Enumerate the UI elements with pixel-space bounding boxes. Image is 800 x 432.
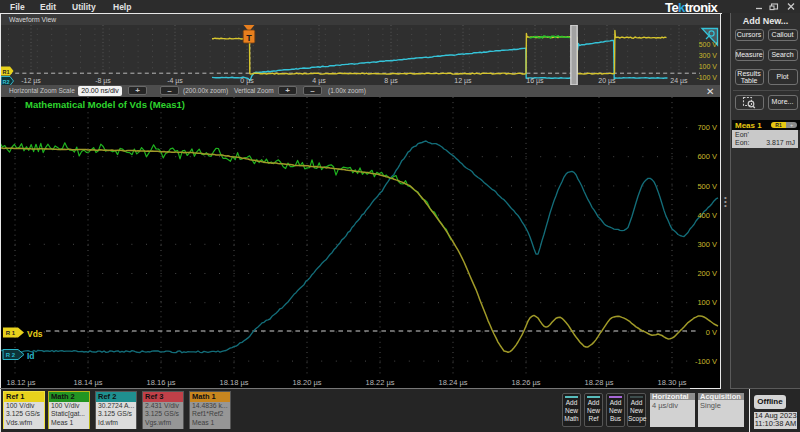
svg-text:18.20 µs: 18.20 µs <box>293 378 322 387</box>
svg-text:300 V: 300 V <box>699 52 718 59</box>
svg-text:700 V: 700 V <box>697 123 717 132</box>
svg-text:18.22 µs: 18.22 µs <box>366 378 395 387</box>
svg-text:200 V: 200 V <box>697 269 717 278</box>
svg-text:18.14 µs: 18.14 µs <box>74 378 103 387</box>
svg-text:100 V: 100 V <box>699 63 718 70</box>
svg-text:18.18 µs: 18.18 µs <box>220 378 249 387</box>
svg-text:18.16 µs: 18.16 µs <box>147 378 176 387</box>
svg-text:Vds: Vds <box>27 329 43 339</box>
svg-text:Mathematical Model of Vds (Mea: Mathematical Model of Vds (Meas1) <box>25 99 185 110</box>
svg-text:18.30 µs: 18.30 µs <box>658 378 687 387</box>
svg-text:18.28 µs: 18.28 µs <box>585 378 614 387</box>
svg-text:500 V: 500 V <box>699 41 718 48</box>
svg-text:-100 V: -100 V <box>695 357 717 366</box>
svg-text:400 V: 400 V <box>697 211 717 220</box>
svg-text:18.26 µs: 18.26 µs <box>512 378 541 387</box>
svg-text:0 V: 0 V <box>706 328 717 337</box>
svg-text:Id: Id <box>27 351 35 361</box>
svg-text:T: T <box>246 33 252 43</box>
svg-text:600 V: 600 V <box>697 152 717 161</box>
svg-text:R 1: R 1 <box>6 330 16 336</box>
svg-text:500 V: 500 V <box>697 182 717 191</box>
svg-text:300 V: 300 V <box>697 240 717 249</box>
svg-text:18.12 µs: 18.12 µs <box>7 378 36 387</box>
svg-text:18.24 µs: 18.24 µs <box>439 378 468 387</box>
svg-text:-100 V: -100 V <box>696 74 717 81</box>
svg-text:R 2: R 2 <box>6 352 16 358</box>
svg-text:R1: R1 <box>2 69 9 75</box>
svg-text:100 V: 100 V <box>697 298 717 307</box>
